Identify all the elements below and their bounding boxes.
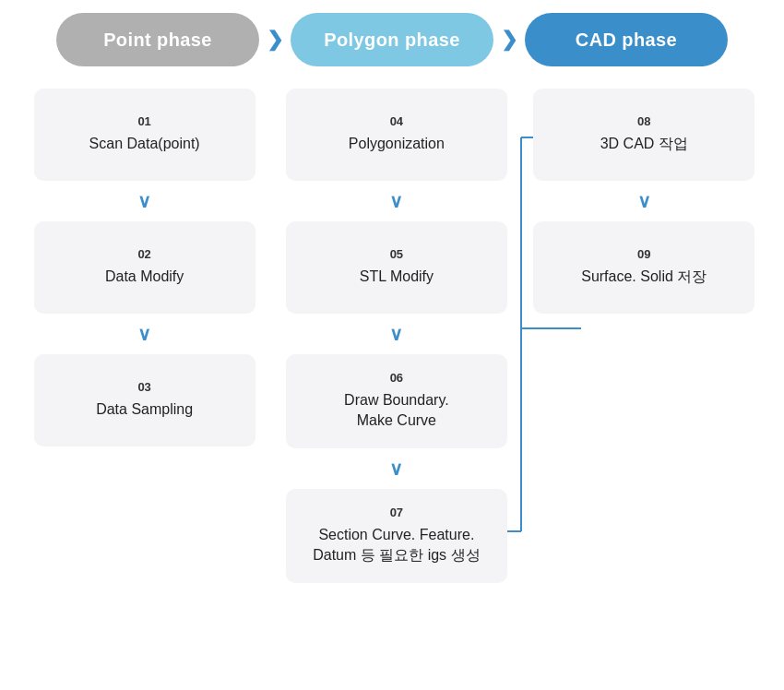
- arrow-down-3: ∨: [389, 190, 403, 212]
- col-mid: 04 Polygonization ∨ 05 STL Modify ∨ 06 D…: [270, 89, 522, 583]
- card-02-number: 02: [137, 247, 150, 261]
- card-02-label: Data Modify: [105, 267, 184, 287]
- card-07: 07 Section Curve. Feature.Datum 등 필요한 ig…: [286, 489, 507, 583]
- arrow-down-2: ∨: [137, 323, 151, 345]
- col-right: 08 3D CAD 작업 ∨ 09 Surface. Solid 저장: [523, 89, 766, 583]
- card-05-number: 05: [390, 247, 403, 261]
- arrow-down-5: ∨: [389, 458, 403, 480]
- phase-arrow-1: ❯: [267, 28, 283, 52]
- card-09-number: 09: [637, 247, 650, 261]
- card-07-number: 07: [390, 506, 403, 519]
- card-08-label: 3D CAD 작업: [600, 134, 688, 154]
- card-03-number: 03: [137, 380, 150, 394]
- card-07-label: Section Curve. Feature.Datum 등 필요한 igs 생…: [313, 525, 480, 566]
- phase-point: Point phase: [56, 13, 259, 66]
- col-left: 01 Scan Data(point) ∨ 02 Data Modify ∨ 0…: [18, 89, 270, 583]
- card-01: 01 Scan Data(point): [34, 89, 255, 181]
- card-03-label: Data Sampling: [96, 399, 193, 420]
- card-01-number: 01: [137, 114, 150, 128]
- card-06: 06 Draw Boundary.Make Curve: [286, 354, 507, 448]
- main-grid: 01 Scan Data(point) ∨ 02 Data Modify ∨ 0…: [0, 79, 784, 592]
- card-02: 02 Data Modify: [34, 221, 255, 314]
- card-04: 04 Polygonization: [286, 89, 507, 181]
- phase-arrow-2: ❯: [501, 28, 517, 52]
- arrow-down-6: ∨: [637, 190, 651, 212]
- card-09-label: Surface. Solid 저장: [581, 267, 707, 287]
- card-05: 05 STL Modify: [286, 221, 507, 314]
- card-04-label: Polygonization: [349, 134, 445, 154]
- card-03: 03 Data Sampling: [34, 354, 255, 446]
- phase-point-label: Point phase: [103, 30, 212, 51]
- card-06-number: 06: [390, 371, 403, 385]
- card-08: 08 3D CAD 작업: [533, 89, 754, 181]
- phase-polygon: Polygon phase: [291, 13, 493, 66]
- phase-polygon-label: Polygon phase: [324, 30, 459, 51]
- card-08-number: 08: [637, 114, 650, 128]
- phase-header: Point phase ❯ Polygon phase ❯ CAD phase: [0, 0, 784, 79]
- card-06-label: Draw Boundary.Make Curve: [344, 390, 449, 432]
- card-04-number: 04: [390, 114, 403, 128]
- card-09: 09 Surface. Solid 저장: [533, 221, 754, 314]
- phase-cad-label: CAD phase: [576, 30, 677, 51]
- arrow-down-1: ∨: [137, 190, 151, 212]
- phase-cad: CAD phase: [525, 13, 728, 66]
- card-05-label: STL Modify: [360, 267, 434, 287]
- card-01-label: Scan Data(point): [89, 134, 200, 154]
- arrow-down-4: ∨: [389, 323, 403, 345]
